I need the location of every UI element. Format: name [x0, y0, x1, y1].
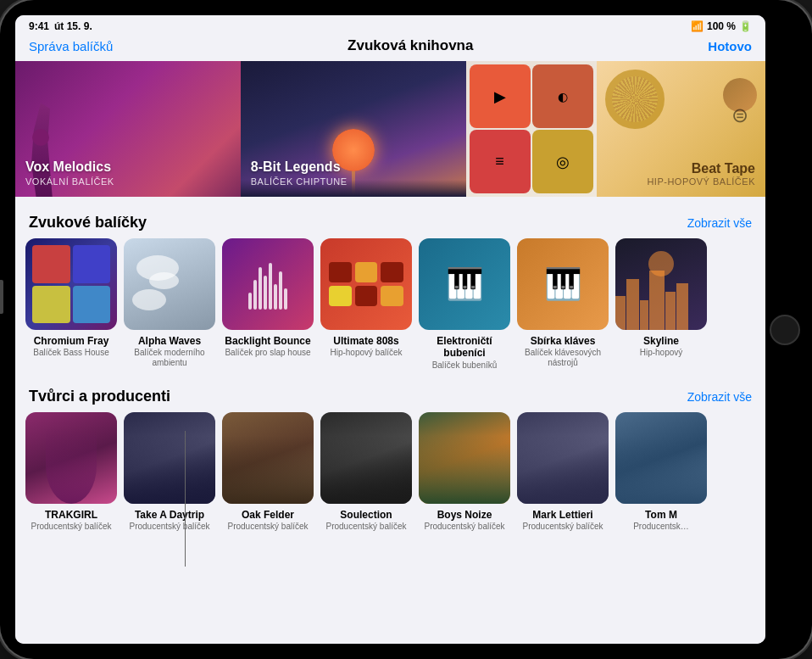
wl1	[248, 293, 252, 310]
packs-scroll[interactable]: Chromium Fray Balíček Bass House Alpha W…	[15, 238, 765, 384]
dot6	[381, 286, 403, 306]
icon-cell-play: ▶	[470, 64, 531, 128]
pack-skyline[interactable]: Skyline Hip-hopový	[615, 238, 707, 371]
artists-title: Tvůrci a producenti	[29, 388, 170, 405]
packs-show-all-link[interactable]: Zobrazit vše	[687, 216, 752, 230]
artist-name-boysnoize: Boys Noize	[419, 509, 510, 521]
artist-tom[interactable]: Tom M Producentsk…	[615, 412, 707, 531]
pack-sub-backlight: Balíček pro slap house	[222, 348, 314, 358]
featured-vox-melodics[interactable]: Vox Melodics VOKÁLNÍ BALÍČEK	[15, 61, 241, 197]
packs-section-header: Zvukové balíčky Zobrazit vše	[15, 210, 765, 238]
artist-name-soulection: Soulection	[320, 509, 412, 521]
sq2	[73, 245, 111, 283]
nav-right-button[interactable]: Hotovo	[708, 39, 752, 53]
artist-name-trakgirl: TRAKGIRL	[25, 509, 117, 521]
vox-text-block: Vox Melodics VOKÁLNÍ BALÍČEK	[25, 159, 231, 187]
featured-beattape[interactable]: ⊜ Beat Tape HIP-HOPOVÝ BALÍČEK	[597, 61, 765, 197]
icon-cell-bars: ≡	[470, 130, 531, 193]
pack-sub-drums: Balíček bubeníků	[419, 360, 510, 371]
skyline-moon	[648, 251, 674, 276]
time: 9:41	[29, 20, 49, 32]
8bit-text-block: 8-Bit Legends BALÍČEK CHIPTUNE	[251, 159, 456, 187]
keys-icon: 🎹	[544, 266, 582, 302]
artist-trakgirl[interactable]: TRAKGIRL Producentský balíček	[25, 412, 117, 531]
artist-photo-lettieri	[517, 412, 609, 504]
pack-drums[interactable]: 🎹 Elektroničtí bubeníci Balíček bubeníků	[419, 238, 510, 371]
featured-icons[interactable]: ▶ ◐ ≡ ◎	[466, 61, 597, 197]
b5	[665, 292, 676, 330]
artist-sub-soulection: Producentský balíček	[320, 522, 412, 531]
artist-boysnoize[interactable]: Boys Noize Producentský balíček	[419, 412, 510, 531]
b4	[649, 271, 665, 330]
pack-name-alpha: Alpha Waves	[124, 335, 215, 347]
artist-oakfelder[interactable]: Oak Felder Producentský balíček	[222, 412, 314, 531]
sq1	[32, 245, 70, 283]
packs-row: Chromium Fray Balíček Bass House Alpha W…	[25, 238, 755, 371]
pack-name-keys: Sbírka kláves	[517, 335, 609, 347]
sq3	[32, 286, 70, 324]
wave-lines	[248, 259, 287, 310]
pack-name-backlight: Backlight Bounce	[222, 335, 314, 347]
pack-artwork-drums: 🎹	[419, 238, 510, 330]
wifi-icon: 📶	[691, 20, 704, 32]
vox-title: Vox Melodics	[25, 159, 231, 175]
artist-name-oakfelder: Oak Felder	[222, 509, 314, 521]
artists-show-all-link[interactable]: Zobrazit vše	[687, 390, 752, 404]
pack-backlight-bounce[interactable]: Backlight Bounce Balíček pro slap house	[222, 238, 314, 371]
battery-icon: 🔋	[739, 20, 752, 32]
home-button[interactable]	[770, 315, 800, 345]
cloud2	[149, 272, 179, 289]
pack-keys[interactable]: 🎹 Sbírka kláves Balíček klávesových nást…	[517, 238, 609, 371]
wl3	[259, 267, 262, 310]
artist-name-lettieri: Mark Lettieri	[517, 509, 609, 521]
side-button[interactable]	[0, 280, 3, 314]
pack-artwork-keys: 🎹	[517, 238, 609, 330]
b3	[640, 300, 648, 330]
wl6	[274, 284, 277, 310]
pack-ultimate-808s[interactable]: Ultimate 808s Hip-hopový balíček	[320, 238, 412, 371]
artist-lettieri[interactable]: Mark Lettieri Producentský balíček	[517, 412, 609, 531]
pack-artwork-808	[320, 238, 412, 330]
artist-soulection[interactable]: Soulection Producentský balíček	[320, 412, 412, 531]
pack-artwork-skyline	[615, 238, 707, 330]
artist-name-tom: Tom M	[615, 509, 707, 521]
beattape-text-block: Beat Tape HIP-HOPOVÝ BALÍČEK	[647, 161, 755, 187]
wl5	[269, 263, 272, 310]
artist-daytrip[interactable]: Take A Daytrip Producentský balíček	[124, 412, 215, 531]
pack-alpha-waves[interactable]: Alpha Waves Balíček moderního ambientu	[124, 238, 215, 371]
vinyl-decoration	[605, 70, 665, 129]
pointer-line	[185, 431, 186, 567]
packs-title: Zvukové balíčky	[29, 214, 147, 232]
artist-photo-trakgirl	[25, 412, 117, 504]
pack-chromium-fray[interactable]: Chromium Fray Balíček Bass House	[25, 238, 117, 371]
pack-sub-808: Hip-hopový balíček	[320, 348, 412, 358]
wl8	[284, 288, 287, 310]
pack-sub-alpha: Balíček moderního ambientu	[124, 348, 215, 368]
pack-name-808: Ultimate 808s	[320, 335, 412, 347]
beattape-title: Beat Tape	[647, 161, 755, 176]
b6	[676, 283, 688, 330]
date: út 15. 9.	[54, 20, 92, 32]
artists-section-header: Tvůrci a producenti Zobrazit vše	[15, 384, 765, 412]
artist-photo-tom	[615, 412, 707, 504]
nav-title: Zvuková knihovna	[348, 37, 473, 54]
featured-8bit[interactable]: 8-Bit Legends BALÍČEK CHIPTUNE	[241, 61, 466, 197]
pack-sub-keys: Balíček klávesových nástrojů	[517, 348, 609, 368]
wl4	[264, 276, 267, 310]
nav-bar: Správa balíčků Zvuková knihovna Hotovo	[15, 36, 765, 61]
artist-sub-trakgirl: Producentský balíček	[25, 522, 117, 531]
featured-row: Vox Melodics VOKÁLNÍ BALÍČEK 8-Bit Legen…	[15, 61, 765, 197]
8bit-title: 8-Bit Legends	[251, 159, 456, 175]
screen: 9:41 út 15. 9. 📶 100 % 🔋 Správa balíčků …	[15, 15, 765, 644]
nav-left-button[interactable]: Správa balíčků	[29, 39, 113, 53]
artist-sub-oakfelder: Producentský balíček	[222, 522, 314, 531]
pack-artwork-alpha	[124, 238, 215, 330]
artists-scroll[interactable]: TRAKGIRL Producentský balíček Take A Day…	[15, 412, 765, 545]
artist-photo-boysnoize	[419, 412, 510, 504]
pack-artwork-chromium	[25, 238, 117, 330]
wl2	[253, 280, 257, 310]
artist-sub-lettieri: Producentský balíček	[517, 522, 609, 531]
pack-name-chromium: Chromium Fray	[25, 335, 117, 347]
8bit-subtitle: BALÍČEK CHIPTUNE	[251, 176, 456, 187]
artist-photo-daytrip	[124, 412, 215, 504]
